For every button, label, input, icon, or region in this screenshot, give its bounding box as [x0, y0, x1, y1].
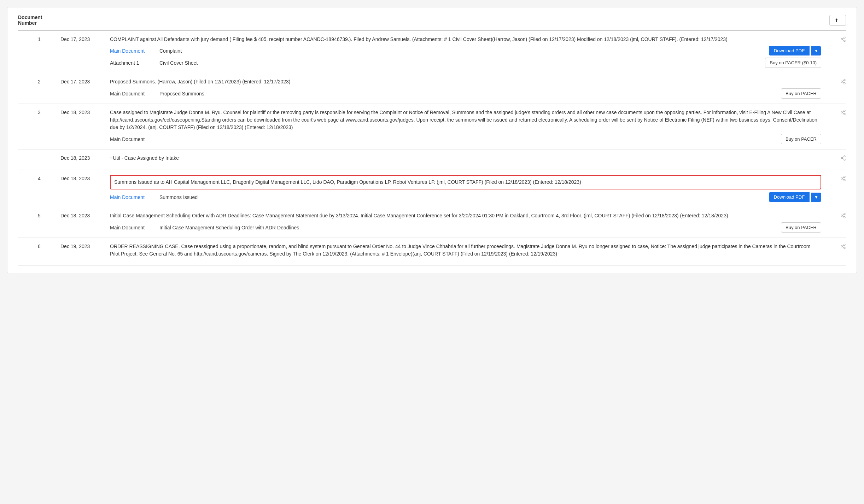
download-dropdown-arrow[interactable]: ▼ [811, 193, 821, 202]
attachment-label: Main Document [110, 136, 159, 142]
date-filed-cell: Dec 18, 2023 [60, 109, 110, 115]
description-text: Initial Case Management Scheduling Order… [110, 212, 821, 219]
content-cell: Summons Issued as to AH Capital Manageme… [110, 175, 828, 202]
share-icon[interactable] [840, 79, 846, 86]
download-pdf-button[interactable]: Download PDF [769, 46, 810, 55]
svg-line-28 [842, 216, 844, 217]
svg-line-18 [842, 158, 844, 159]
buy-on-pacer-button[interactable]: Buy on PACER [781, 222, 821, 233]
table-row: 1Dec 17, 2023COMPLAINT against All Defen… [18, 31, 846, 73]
svg-line-23 [842, 179, 844, 180]
attachment-button-area: Buy on PACER [781, 222, 821, 233]
document-table-body: 1Dec 17, 2023COMPLAINT against All Defen… [18, 31, 846, 266]
attachment-label: Main Document [110, 91, 159, 96]
svg-line-34 [842, 245, 844, 246]
actions-cell [828, 243, 846, 251]
attachment-row: Main DocumentProposed SummonsBuy on PACE… [110, 88, 821, 99]
actions-cell [828, 175, 846, 183]
attachment-button-area: Buy on PACER ($0.10) [765, 58, 821, 68]
column-headers: DocumentNumber [18, 14, 110, 26]
svg-line-3 [842, 40, 844, 41]
download-dropdown-arrow[interactable]: ▼ [811, 46, 821, 55]
svg-line-14 [842, 111, 844, 112]
doc-number-cell: 2 [18, 78, 60, 84]
share-icon[interactable] [840, 155, 846, 162]
svg-line-13 [842, 113, 844, 114]
share-icon[interactable] [840, 213, 846, 220]
download-pdf-button[interactable]: Download PDF [769, 192, 810, 202]
actions-cell [828, 154, 846, 162]
doc-number-cell: 1 [18, 36, 60, 42]
table-header: DocumentNumber ⬆ [18, 14, 846, 31]
svg-line-24 [842, 177, 844, 178]
description-text: Proposed Summons. (Harrow, Jason) (Filed… [110, 78, 821, 86]
attachments-area: Main DocumentSummons IssuedDownload PDF▼ [110, 192, 821, 202]
doc-number-cell: 6 [18, 243, 60, 249]
attachments-area: Main DocumentComplaintDownload PDF▼Attac… [110, 46, 821, 68]
export-icon: ⬆ [835, 18, 839, 23]
table-row: 6Dec 19, 2023ORDER REASSIGNING CASE. Cas… [18, 238, 846, 266]
content-cell: Initial Case Management Scheduling Order… [110, 212, 828, 233]
share-icon[interactable] [840, 244, 846, 251]
export-csv-button[interactable]: ⬆ [829, 15, 846, 26]
doc-number-cell [18, 154, 60, 155]
share-icon[interactable] [840, 110, 846, 117]
attachment-label[interactable]: Main Document [110, 194, 159, 200]
svg-line-9 [842, 80, 844, 81]
content-cell: ORDER REASSIGNING CASE. Case reassigned … [110, 243, 828, 260]
content-cell: ~Util - Case Assigned by Intake [110, 154, 828, 165]
svg-line-29 [842, 214, 844, 215]
attachment-description: Summons Issued [159, 194, 769, 200]
share-icon[interactable] [840, 36, 846, 43]
description-text: COMPLAINT against All Defendants with ju… [110, 36, 821, 43]
table-row: 5Dec 18, 2023Initial Case Management Sch… [18, 207, 846, 238]
buy-on-pacer-button[interactable]: Buy on PACER [781, 88, 821, 99]
attachments-area: Main DocumentProposed SummonsBuy on PACE… [110, 88, 821, 99]
attachment-button-area: Download PDF▼ [769, 46, 821, 55]
doc-number-cell: 5 [18, 212, 60, 218]
attachments-area: Main DocumentInitial Case Management Sch… [110, 222, 821, 233]
attachments-area: Main DocumentBuy on PACER [110, 134, 821, 144]
col-header-date-filed [60, 14, 110, 26]
date-filed-cell: Dec 18, 2023 [60, 212, 110, 218]
table-row: 4Dec 18, 2023Summons Issued as to AH Cap… [18, 170, 846, 207]
doc-number-cell: 3 [18, 109, 60, 115]
table-row: 3Dec 18, 2023Case assigned to Magistrate… [18, 104, 846, 150]
content-cell: COMPLAINT against All Defendants with ju… [110, 36, 828, 68]
table-row: Dec 18, 2023~Util - Case Assigned by Int… [18, 150, 846, 170]
attachment-button-area: Download PDF▼ [769, 192, 821, 202]
date-filed-cell: Dec 17, 2023 [60, 78, 110, 84]
attachment-row: Attachment 1Civil Cover SheetBuy on PACE… [110, 58, 821, 68]
attachment-row: Main DocumentComplaintDownload PDF▼ [110, 46, 821, 55]
date-filed-cell: Dec 18, 2023 [60, 175, 110, 181]
attachment-label[interactable]: Main Document [110, 48, 159, 54]
buy-on-pacer-button[interactable]: Buy on PACER [781, 134, 821, 144]
share-icon[interactable] [840, 176, 846, 183]
attachment-description: Complaint [159, 48, 769, 54]
attachment-row: Main DocumentSummons IssuedDownload PDF▼ [110, 192, 821, 202]
attachment-description: Proposed Summons [159, 91, 781, 96]
description-text: ORDER REASSIGNING CASE. Case reassigned … [110, 243, 821, 258]
buy-on-pacer-button[interactable]: Buy on PACER ($0.10) [765, 58, 821, 68]
attachment-label: Attachment 1 [110, 60, 159, 66]
date-filed-cell: Dec 17, 2023 [60, 36, 110, 42]
col-header-doc-number: DocumentNumber [18, 14, 60, 26]
actions-cell [828, 78, 846, 86]
actions-cell [828, 109, 846, 117]
description-text: Case assigned to Magistrate Judge Donna … [110, 109, 821, 131]
date-filed-cell: Dec 18, 2023 [60, 154, 110, 161]
svg-line-4 [842, 38, 844, 39]
svg-line-33 [842, 247, 844, 248]
doc-number-cell: 4 [18, 175, 60, 181]
attachment-description: Initial Case Management Scheduling Order… [159, 225, 781, 230]
svg-line-8 [842, 82, 844, 83]
attachment-row: Main DocumentBuy on PACER [110, 134, 821, 144]
description-text: Summons Issued as to AH Capital Manageme… [110, 175, 821, 189]
attachment-row: Main DocumentInitial Case Management Sch… [110, 222, 821, 233]
actions-cell [828, 212, 846, 220]
attachment-button-area: Buy on PACER [781, 134, 821, 144]
date-filed-cell: Dec 19, 2023 [60, 243, 110, 249]
description-text: ~Util - Case Assigned by Intake [110, 154, 821, 162]
content-cell: Case assigned to Magistrate Judge Donna … [110, 109, 828, 144]
attachment-description: Civil Cover Sheet [159, 60, 765, 66]
